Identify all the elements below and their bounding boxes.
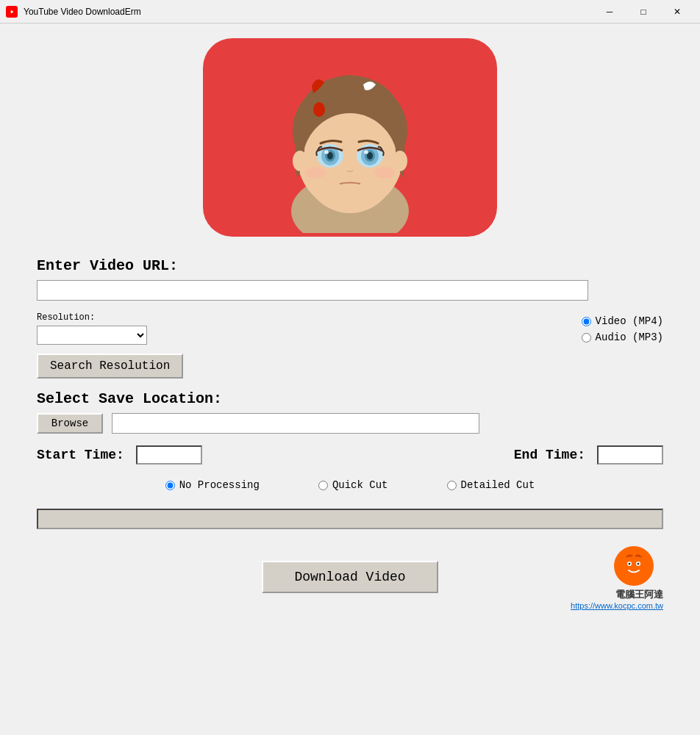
svg-point-25 bbox=[638, 563, 640, 565]
start-time-input[interactable] bbox=[136, 445, 202, 465]
window-controls: ─ □ ✕ bbox=[593, 0, 694, 24]
svg-point-24 bbox=[629, 563, 631, 565]
format-mp3-radio[interactable] bbox=[582, 333, 591, 343]
resolution-section: Resolution: 1080p 720p 480p 360p bbox=[37, 312, 147, 345]
save-location-label: Select Save Location: bbox=[37, 390, 663, 407]
svg-marker-0 bbox=[11, 10, 14, 13]
url-label: Enter Video URL: bbox=[37, 257, 178, 274]
processing-detailed-label: Detailed Cut bbox=[461, 479, 535, 491]
processing-quick-radio[interactable] bbox=[318, 481, 328, 490]
processing-none-label: No Processing bbox=[179, 479, 260, 491]
watermark-label: 電腦王阿達 bbox=[615, 588, 663, 601]
save-location-section: Select Save Location: Browse bbox=[37, 390, 663, 434]
processing-quick-option[interactable]: Quick Cut bbox=[318, 479, 388, 491]
svg-point-16 bbox=[305, 167, 326, 179]
svg-point-18 bbox=[293, 151, 307, 171]
search-resolution-button[interactable]: Search Resolution bbox=[37, 354, 183, 379]
watermark-circle bbox=[614, 546, 654, 586]
character-illustration bbox=[210, 42, 490, 233]
title-bar: YouTube Video DownloadErm ─ □ ✕ bbox=[0, 0, 700, 24]
resolution-label: Resolution: bbox=[37, 312, 147, 323]
format-mp4-option[interactable]: Video (MP4) bbox=[582, 315, 663, 327]
processing-quick-label: Quick Cut bbox=[332, 479, 388, 491]
format-section: Video (MP4) Audio (MP3) bbox=[582, 315, 663, 343]
time-row: Start Time: End Time: bbox=[37, 445, 663, 465]
svg-point-15 bbox=[364, 151, 368, 154]
svg-point-10 bbox=[324, 151, 329, 154]
start-time-label: Start Time: bbox=[37, 448, 124, 462]
processing-detailed-option[interactable]: Detailed Cut bbox=[447, 479, 535, 491]
watermark: 電腦王阿達 https://www.kocpc.com.tw bbox=[571, 544, 663, 610]
format-mp3-option[interactable]: Audio (MP3) bbox=[582, 331, 663, 343]
url-section: Enter Video URL: bbox=[37, 257, 663, 301]
end-time-label: End Time: bbox=[514, 448, 585, 462]
download-video-button[interactable]: Download Video bbox=[262, 561, 438, 593]
app-logo bbox=[203, 38, 497, 237]
url-input[interactable] bbox=[37, 280, 588, 301]
save-path-input[interactable] bbox=[112, 413, 479, 434]
window-title: YouTube Video DownloadErm bbox=[24, 7, 593, 17]
svg-point-21 bbox=[621, 553, 647, 579]
svg-point-20 bbox=[313, 102, 325, 117]
watermark-logo bbox=[604, 544, 663, 588]
resolution-select[interactable]: 1080p 720p 480p 360p bbox=[37, 326, 147, 345]
browse-button[interactable]: Browse bbox=[37, 413, 103, 434]
processing-none-option[interactable]: No Processing bbox=[165, 479, 260, 491]
progress-bar-container bbox=[37, 509, 663, 529]
svg-point-5 bbox=[302, 113, 398, 213]
svg-point-19 bbox=[393, 151, 407, 171]
minimize-button[interactable]: ─ bbox=[593, 0, 626, 24]
bottom-row: Download Video bbox=[37, 544, 663, 610]
app-content: Enter Video URL: Resolution: 1080p 720p … bbox=[0, 24, 700, 735]
watermark-url[interactable]: https://www.kocpc.com.tw bbox=[571, 601, 663, 610]
format-mp4-radio[interactable] bbox=[582, 317, 591, 326]
app-icon bbox=[6, 6, 18, 18]
format-mp4-label: Video (MP4) bbox=[596, 315, 663, 327]
maximize-button[interactable]: □ bbox=[626, 0, 660, 24]
save-location-row: Browse bbox=[37, 413, 663, 434]
processing-none-radio[interactable] bbox=[165, 481, 175, 490]
svg-point-17 bbox=[374, 167, 395, 179]
processing-row: No Processing Quick Cut Detailed Cut bbox=[37, 479, 663, 491]
resolution-format-row: Resolution: 1080p 720p 480p 360p Video (… bbox=[37, 312, 663, 345]
processing-detailed-radio[interactable] bbox=[447, 481, 457, 490]
close-button[interactable]: ✕ bbox=[660, 0, 694, 24]
end-time-input[interactable] bbox=[597, 445, 663, 465]
format-mp3-label: Audio (MP3) bbox=[596, 331, 663, 343]
